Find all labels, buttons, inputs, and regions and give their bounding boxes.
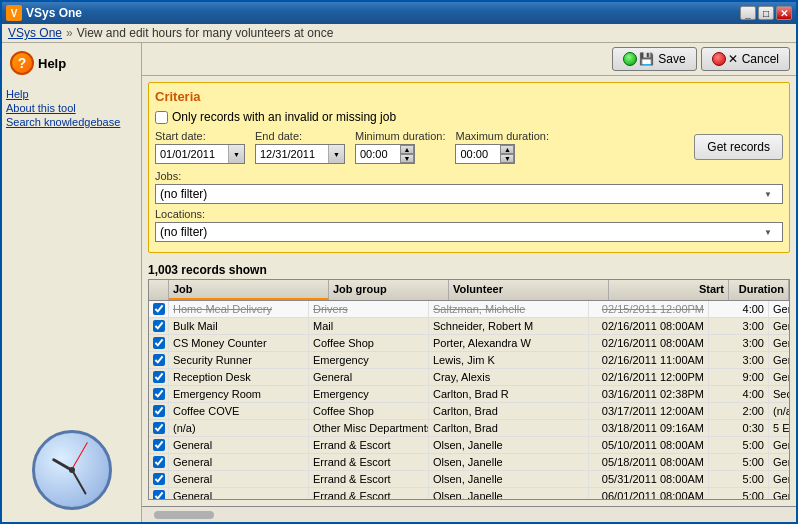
- jobs-select[interactable]: (no filter) ▼: [155, 184, 783, 204]
- row-location: Secor: [769, 386, 789, 402]
- row-location: Gener: [769, 369, 789, 385]
- row-checkbox[interactable]: [153, 405, 165, 417]
- th-location: Location: [789, 280, 790, 300]
- sidebar: ? Help Help About this tool Search knowl…: [2, 43, 142, 522]
- row-volunteer: Porter, Alexandra W: [429, 335, 589, 351]
- row-checkbox[interactable]: [153, 456, 165, 468]
- row-job: (n/a): [169, 420, 309, 436]
- sidebar-link-help[interactable]: Help: [6, 87, 137, 101]
- row-checkbox[interactable]: [153, 320, 165, 332]
- table-row: Emergency RoomEmergencyCarlton, Brad R03…: [149, 386, 789, 403]
- row-jobgroup: Coffee Shop: [309, 335, 429, 351]
- row-start: 05/18/2011 08:00AM: [589, 454, 709, 470]
- max-duration-input[interactable]: 00:00 ▲ ▼: [455, 144, 515, 164]
- row-location: Gener: [769, 437, 789, 453]
- row-checkbox[interactable]: [153, 371, 165, 383]
- maximize-button[interactable]: □: [758, 6, 774, 20]
- table-row: Home Meal DeliveryDriversSaltzman, Miche…: [149, 301, 789, 318]
- row-duration: 5:00: [709, 471, 769, 487]
- help-icon: ?: [10, 51, 34, 75]
- row-jobgroup: General: [309, 369, 429, 385]
- row-duration: 5:00: [709, 454, 769, 470]
- start-date-value: 01/01/2011: [156, 146, 228, 162]
- row-duration: 3:00: [709, 335, 769, 351]
- table-body: Home Meal DeliveryDriversSaltzman, Miche…: [149, 301, 789, 499]
- locations-select-arrow: ▼: [764, 228, 778, 237]
- row-volunteer: Olsen, Janelle: [429, 437, 589, 453]
- row-volunteer: Carlton, Brad: [429, 403, 589, 419]
- minute-hand: [71, 470, 87, 495]
- min-duration-spinners: ▲ ▼: [400, 145, 414, 163]
- row-jobgroup: Errand & Escort: [309, 488, 429, 499]
- close-button[interactable]: ✕: [776, 6, 792, 20]
- save-button[interactable]: 💾 Save: [612, 47, 696, 71]
- row-jobgroup: Emergency: [309, 352, 429, 368]
- invalid-job-checkbox[interactable]: [155, 111, 168, 124]
- sidebar-link-search[interactable]: Search knowledgebase: [6, 115, 137, 129]
- min-duration-up-btn[interactable]: ▲: [400, 145, 414, 154]
- minimize-button[interactable]: _: [740, 6, 756, 20]
- sidebar-help-title: Help: [38, 56, 66, 71]
- table-row: Bulk MailMailSchneider, Robert M02/16/20…: [149, 318, 789, 335]
- breadcrumb-home-link[interactable]: VSys One: [8, 26, 62, 40]
- row-checkbox[interactable]: [153, 490, 165, 499]
- row-checkbox[interactable]: [153, 439, 165, 451]
- cancel-button[interactable]: ✕ Cancel: [701, 47, 790, 71]
- h-scroll-thumb[interactable]: [154, 511, 214, 519]
- th-checkbox: [149, 280, 169, 300]
- row-location: Gener: [769, 335, 789, 351]
- row-location: Gener: [769, 301, 789, 317]
- row-checkbox[interactable]: [153, 337, 165, 349]
- th-volunteer: Volunteer: [449, 280, 609, 300]
- get-records-button[interactable]: Get records: [694, 134, 783, 160]
- row-job: Coffee COVE: [169, 403, 309, 419]
- row-checkbox-cell: [149, 301, 169, 317]
- row-checkbox[interactable]: [153, 422, 165, 434]
- sidebar-link-about[interactable]: About this tool: [6, 101, 137, 115]
- table-row: Security RunnerEmergencyLewis, Jim K02/1…: [149, 352, 789, 369]
- row-volunteer: Carlton, Brad: [429, 420, 589, 436]
- row-start: 02/16/2011 08:00AM: [589, 335, 709, 351]
- row-checkbox[interactable]: [153, 473, 165, 485]
- row-duration: 9:00: [709, 369, 769, 385]
- row-checkbox[interactable]: [153, 303, 165, 315]
- clock: [32, 430, 112, 510]
- row-job: Home Meal Delivery: [169, 301, 309, 317]
- row-location: (n/a): [769, 403, 789, 419]
- min-duration-input[interactable]: 00:00 ▲ ▼: [355, 144, 415, 164]
- horizontal-scrollbar[interactable]: [142, 506, 796, 522]
- max-duration-down-btn[interactable]: ▼: [500, 154, 514, 163]
- row-job: Bulk Mail: [169, 318, 309, 334]
- green-circle-icon: [623, 52, 637, 66]
- end-date-group: End date: 12/31/2011 ▼: [255, 130, 345, 164]
- row-checkbox-cell: [149, 471, 169, 487]
- end-date-dropdown-btn[interactable]: ▼: [328, 145, 344, 163]
- max-duration-group: Maximum duration: 00:00 ▲ ▼: [455, 130, 549, 164]
- jobs-select-value: (no filter): [160, 187, 764, 201]
- row-job: General: [169, 488, 309, 499]
- window-title: VSys One: [26, 6, 740, 20]
- row-jobgroup: Errand & Escort: [309, 437, 429, 453]
- row-job: General: [169, 471, 309, 487]
- row-checkbox[interactable]: [153, 354, 165, 366]
- row-volunteer: Lewis, Jim K: [429, 352, 589, 368]
- main-window: V VSys One _ □ ✕ VSys One » View and edi…: [0, 0, 798, 524]
- cancel-label: Cancel: [742, 52, 779, 66]
- row-checkbox-cell: [149, 403, 169, 419]
- start-date-input[interactable]: 01/01/2011 ▼: [155, 144, 245, 164]
- row-volunteer: Olsen, Janelle: [429, 488, 589, 499]
- cancel-icon-group: ✕: [712, 52, 738, 66]
- row-jobgroup: Coffee Shop: [309, 403, 429, 419]
- max-duration-up-btn[interactable]: ▲: [500, 145, 514, 154]
- locations-filter-row: Locations: (no filter) ▼: [155, 208, 783, 242]
- start-date-dropdown-btn[interactable]: ▼: [228, 145, 244, 163]
- save-icon-group: 💾: [623, 52, 654, 66]
- max-duration-spinners: ▲ ▼: [500, 145, 514, 163]
- row-checkbox[interactable]: [153, 388, 165, 400]
- jobs-filter-row: Jobs: (no filter) ▼: [155, 170, 783, 204]
- row-duration: 0:30: [709, 420, 769, 436]
- row-duration: 3:00: [709, 318, 769, 334]
- locations-select[interactable]: (no filter) ▼: [155, 222, 783, 242]
- min-duration-down-btn[interactable]: ▼: [400, 154, 414, 163]
- end-date-input[interactable]: 12/31/2011 ▼: [255, 144, 345, 164]
